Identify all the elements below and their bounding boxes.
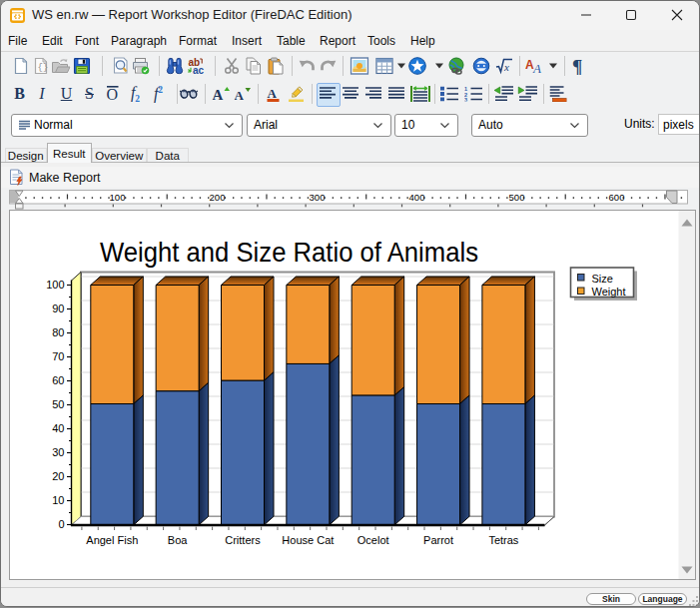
svg-text:70: 70 — [52, 350, 64, 362]
svg-text:80: 80 — [52, 326, 64, 338]
svg-text:Ocelot: Ocelot — [357, 534, 389, 546]
svg-text:50: 50 — [52, 398, 64, 410]
svg-text:0: 0 — [58, 518, 64, 530]
svg-text:x: x — [503, 61, 509, 73]
svg-text:100: 100 — [110, 192, 126, 203]
svg-text:20: 20 — [52, 470, 64, 482]
svg-text:10: 10 — [52, 494, 64, 506]
svg-text:A: A — [267, 86, 277, 101]
svg-text:200: 200 — [210, 192, 226, 203]
svg-text:400: 400 — [409, 192, 425, 203]
svg-text:Weight and Size Ratio of Anima: Weight and Size Ratio of Animals — [100, 237, 478, 268]
svg-text:Boa: Boa — [168, 534, 188, 546]
svg-text:Tetras: Tetras — [488, 534, 518, 546]
svg-text:O: O — [107, 86, 119, 103]
svg-text:Critters: Critters — [225, 534, 261, 546]
svg-text:House Cat: House Cat — [282, 534, 334, 546]
svg-text:500: 500 — [509, 192, 525, 203]
svg-text:¶: ¶ — [572, 57, 582, 76]
svg-text:40: 40 — [52, 422, 64, 434]
svg-text:Parrot: Parrot — [423, 534, 453, 546]
svg-text:3: 3 — [464, 97, 467, 102]
svg-text:60: 60 — [52, 374, 64, 386]
svg-text:100: 100 — [46, 279, 64, 291]
svg-text:Weight: Weight — [592, 286, 626, 298]
svg-text:600: 600 — [609, 192, 625, 203]
svg-text:300: 300 — [310, 192, 326, 203]
svg-text:A: A — [532, 61, 541, 75]
svg-text:Angel Fish: Angel Fish — [86, 534, 138, 546]
svg-text:A: A — [234, 88, 244, 102]
svg-text:Size: Size — [592, 273, 613, 285]
svg-text:ac: ac — [193, 65, 205, 75]
svg-text:{}: {} — [37, 63, 48, 73]
svg-text:30: 30 — [52, 446, 64, 458]
svg-text:90: 90 — [52, 303, 64, 314]
svg-text:A: A — [212, 87, 223, 102]
